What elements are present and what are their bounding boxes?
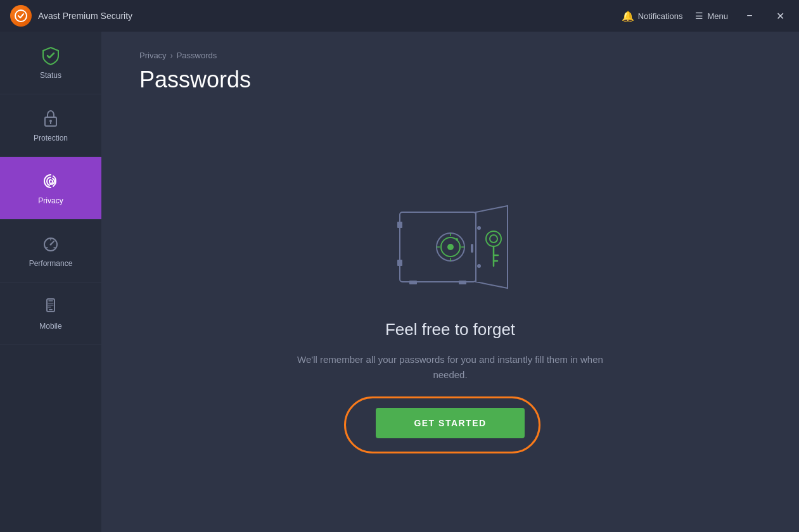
sidebar-item-mobile[interactable]: Mobile: [0, 282, 101, 345]
headline: Feel free to forget: [385, 320, 515, 339]
menu-icon: ☰: [695, 11, 703, 21]
svg-rect-32: [409, 281, 417, 284]
sidebar-item-mobile-label: Mobile: [39, 322, 61, 331]
breadcrumb-current: Passwords: [177, 51, 217, 60]
cta-wrapper: GET STARTED: [376, 408, 524, 438]
svg-point-27: [486, 231, 501, 246]
titlebar: Avast Premium Security 🔔 Notifications ☰…: [0, 0, 799, 32]
breadcrumb: Privacy › Passwords: [139, 51, 217, 60]
menu-label: Menu: [707, 11, 728, 21]
notifications-button[interactable]: 🔔 Notifications: [622, 10, 683, 22]
svg-point-6: [50, 244, 52, 246]
svg-rect-18: [397, 260, 402, 266]
svg-rect-17: [397, 222, 402, 228]
sidebar-item-performance[interactable]: Performance: [0, 220, 101, 282]
breadcrumb-separator: ›: [170, 51, 173, 60]
svg-rect-33: [459, 281, 466, 284]
svg-rect-36: [471, 244, 473, 253]
sidebar: Status Protection Privacy: [0, 32, 101, 532]
safe-illustration: [381, 193, 520, 294]
shield-icon: [41, 46, 61, 66]
sidebar-item-privacy-label: Privacy: [38, 196, 63, 205]
sidebar-item-protection[interactable]: Protection: [0, 94, 101, 157]
titlebar-actions: 🔔 Notifications ☰ Menu − ✕: [622, 7, 789, 25]
sidebar-item-performance-label: Performance: [29, 259, 73, 268]
sidebar-item-status-label: Status: [40, 71, 61, 80]
content-area: Feel free to forget We'll remember all y…: [139, 118, 761, 513]
description: We'll remember all your passwords for yo…: [292, 352, 609, 383]
menu-button[interactable]: ☰ Menu: [695, 11, 728, 21]
app-logo: [10, 5, 32, 27]
svg-point-2: [49, 120, 52, 122]
main-content: Privacy › Passwords Passwords: [101, 32, 799, 532]
notifications-label: Notifications: [638, 11, 683, 21]
close-button[interactable]: ✕: [771, 7, 789, 25]
sidebar-item-privacy[interactable]: Privacy: [0, 157, 101, 220]
svg-point-0: [15, 10, 27, 22]
app-title: Avast Premium Security: [38, 11, 622, 21]
svg-point-35: [477, 264, 481, 268]
svg-point-34: [477, 226, 481, 230]
svg-point-26: [456, 238, 458, 241]
breadcrumb-parent[interactable]: Privacy: [139, 51, 167, 60]
get-started-button[interactable]: GET STARTED: [376, 408, 524, 438]
svg-point-21: [447, 244, 454, 250]
minimize-button[interactable]: −: [741, 7, 758, 25]
fingerprint-icon: [41, 171, 61, 191]
sidebar-item-protection-label: Protection: [34, 134, 68, 142]
speedometer-icon: [41, 234, 61, 254]
mobile-icon: [41, 296, 61, 317]
page-title: Passwords: [139, 66, 251, 93]
main-layout: Status Protection Privacy: [0, 32, 799, 532]
svg-point-28: [490, 235, 497, 243]
sidebar-item-status[interactable]: Status: [0, 32, 101, 94]
lock-icon: [41, 108, 61, 129]
bell-icon: 🔔: [622, 10, 634, 22]
